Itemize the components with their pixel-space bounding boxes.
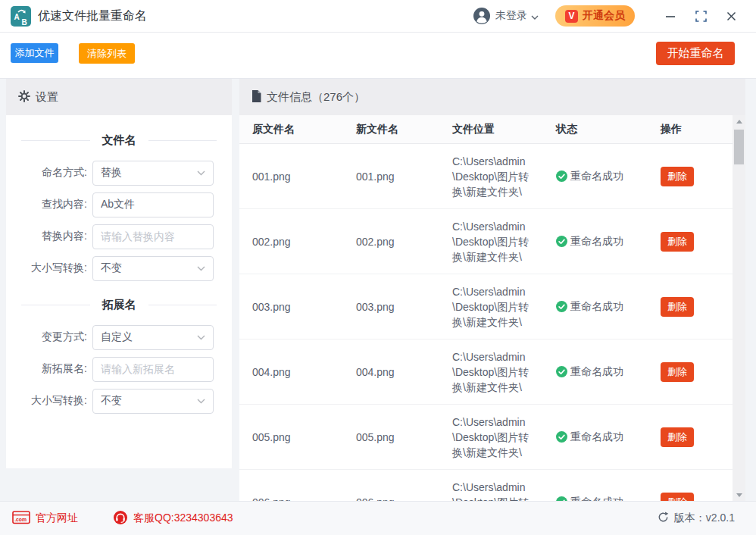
table-row: 003.png 003.png C:\Users\admin\Desktop\图… [239, 274, 733, 339]
find-content-label: 查找内容: [17, 198, 87, 211]
toolbar: 添加文件 清除列表 开始重命名 [0, 33, 756, 79]
success-check-icon [556, 366, 567, 377]
table-row: 004.png 004.png C:\Users\admin\Desktop\图… [239, 339, 733, 405]
cell-status: 重命名成功 [556, 170, 661, 183]
status-text: 重命名成功 [570, 235, 623, 249]
footer: .com 官方网址 客服QQ:3234303643 版本：v2.0.1 [0, 501, 756, 535]
official-website-link[interactable]: .com 官方网址 [12, 511, 78, 527]
chevron-down-icon [531, 9, 539, 23]
gear-icon [18, 90, 30, 105]
table-row: 002.png 002.png C:\Users\admin\Desktop\图… [239, 209, 733, 274]
extension-case-label: 大小写转换: [17, 394, 87, 408]
delete-button[interactable]: 删除 [661, 167, 694, 186]
close-button[interactable] [721, 6, 741, 26]
minimize-button[interactable] [661, 6, 680, 26]
file-info-panel: 文件信息（276个） 原文件名 新文件名 文件位置 状态 操作 001.png … [239, 79, 745, 501]
section-title-extension: 拓展名 [21, 298, 217, 312]
table-row: 005.png 005.png C:\Users\admin\Desktop\图… [239, 405, 733, 470]
customer-service-qq-label: 客服QQ:3234303643 [133, 512, 233, 525]
settings-panel-title: 设置 [36, 90, 58, 105]
version-info: 版本：v2.0.1 [658, 512, 735, 525]
cell-file-location: C:\Users\admin\Desktop\图片转换\新建文件夹\ [452, 415, 534, 460]
cell-file-location: C:\Users\admin\Desktop\图片转换\新建文件夹\ [452, 284, 534, 330]
cell-new-name: 005.png [356, 431, 452, 443]
cell-original-name: 003.png [252, 301, 356, 313]
filename-case-label: 大小写转换: [17, 261, 87, 275]
success-check-icon [556, 301, 567, 312]
col-status: 状态 [556, 123, 661, 136]
website-com-icon: .com [12, 511, 30, 527]
scrollbar-track[interactable] [733, 115, 745, 501]
table-row: 006.png 006.png C:\Users\admin\Desktop\图… [239, 470, 733, 501]
new-extension-label: 新拓展名: [17, 362, 87, 376]
table-header: 原文件名 新文件名 文件位置 状态 操作 [239, 115, 745, 144]
titlebar: A B 优速文件批量重命名 未登录 V 开通会员 [0, 0, 756, 33]
cell-status: 重命名成功 [556, 430, 661, 444]
settings-panel: 设置 文件名 命名方式: 替换 查找内容: 替换内容: 大小写转换: [6, 79, 232, 468]
chevron-down-icon [197, 399, 205, 404]
cell-file-location: C:\Users\admin\Desktop\图片转换\新建文件夹\ [452, 480, 534, 502]
user-avatar-icon [473, 8, 490, 24]
col-original-name: 原文件名 [252, 123, 356, 136]
user-account-dropdown[interactable]: 未登录 [473, 8, 539, 24]
replace-content-input[interactable] [92, 224, 214, 249]
add-files-button[interactable]: 添加文件 [11, 43, 58, 63]
status-text: 重命名成功 [570, 430, 623, 444]
file-panel-title: 文件信息（276个） [267, 90, 365, 105]
file-panel-header: 文件信息（276个） [239, 79, 745, 115]
new-extension-input[interactable] [92, 357, 214, 382]
delete-button[interactable]: 删除 [661, 427, 694, 447]
status-text: 重命名成功 [570, 365, 623, 379]
cell-status: 重命名成功 [556, 365, 661, 379]
scrollbar-up-arrow-icon[interactable] [733, 115, 745, 127]
cell-status: 重命名成功 [556, 300, 661, 314]
success-check-icon [556, 171, 567, 182]
cell-original-name: 001.png [252, 171, 356, 183]
filename-case-value: 不变 [101, 261, 122, 275]
cell-file-location: C:\Users\admin\Desktop\图片转换\新建文件夹\ [452, 349, 534, 395]
cell-new-name: 003.png [356, 301, 452, 313]
scrollbar-thumb[interactable] [734, 130, 744, 164]
official-website-label: 官方网址 [36, 512, 78, 525]
chevron-down-icon [197, 335, 205, 340]
app-logo-icon: A B [11, 6, 31, 27]
delete-button[interactable]: 删除 [661, 362, 694, 382]
find-content-input[interactable] [92, 192, 214, 217]
cell-status: 重命名成功 [556, 496, 661, 502]
start-rename-button[interactable]: 开始重命名 [656, 42, 735, 65]
file-table-body: 001.png 001.png C:\Users\admin\Desktop\图… [239, 144, 733, 501]
naming-method-select[interactable]: 替换 [92, 161, 214, 186]
delete-button[interactable]: 删除 [661, 493, 694, 502]
refresh-icon[interactable] [658, 512, 669, 525]
delete-button[interactable]: 删除 [661, 297, 694, 317]
document-icon [251, 90, 261, 105]
col-file-location: 文件位置 [452, 123, 556, 136]
open-vip-button[interactable]: V 开通会员 [555, 5, 635, 27]
status-text: 重命名成功 [570, 496, 623, 502]
filename-case-select[interactable]: 不变 [92, 256, 214, 281]
table-row: 001.png 001.png C:\Users\admin\Desktop\图… [239, 144, 733, 209]
extension-case-select[interactable]: 不变 [92, 389, 214, 414]
cell-file-location: C:\Users\admin\Desktop\图片转换\新建文件夹\ [452, 154, 534, 199]
change-method-value: 自定义 [101, 330, 133, 344]
settings-panel-header: 设置 [6, 79, 232, 115]
clear-list-button[interactable]: 清除列表 [79, 43, 135, 64]
version-label: 版本：v2.0.1 [674, 512, 735, 525]
change-method-select[interactable]: 自定义 [92, 325, 214, 350]
chevron-down-icon [197, 266, 205, 271]
scrollbar-down-arrow-icon[interactable] [733, 489, 745, 501]
change-method-label: 变更方式: [17, 330, 87, 344]
cell-original-name: 005.png [252, 431, 356, 443]
svg-text:B: B [22, 17, 27, 26]
delete-button[interactable]: 删除 [661, 232, 694, 252]
maximize-button[interactable] [691, 6, 711, 26]
vip-label: 开通会员 [583, 9, 625, 23]
cell-original-name: 004.png [252, 366, 356, 378]
success-check-icon [556, 236, 567, 247]
login-status-label: 未登录 [495, 9, 527, 23]
customer-service-qq-link[interactable]: 客服QQ:3234303643 [113, 510, 233, 527]
app-title: 优速文件批量重命名 [38, 8, 147, 24]
section-title-filename: 文件名 [21, 133, 217, 148]
status-text: 重命名成功 [570, 300, 623, 314]
status-text: 重命名成功 [570, 170, 623, 183]
